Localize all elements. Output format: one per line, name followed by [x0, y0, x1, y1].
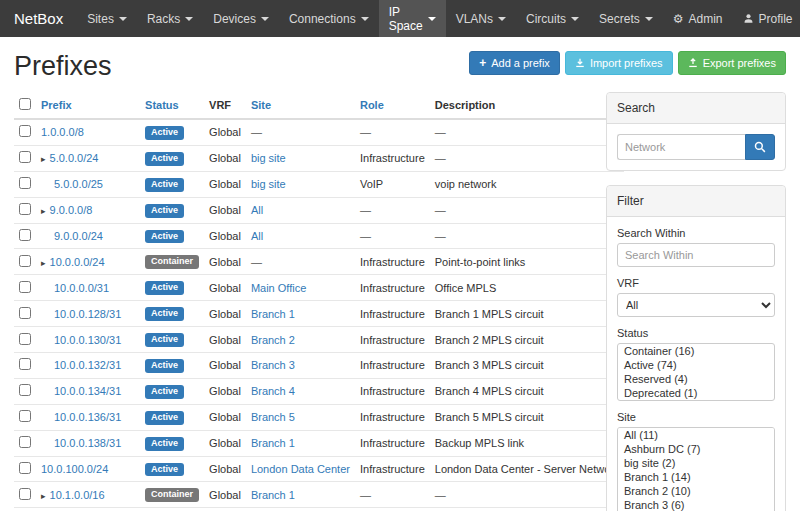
row-checkbox[interactable] [19, 125, 31, 137]
site-label: Site [617, 411, 775, 423]
prefix-link[interactable]: 1.0.0.0/8 [41, 126, 84, 138]
site-link[interactable]: Branch 3 [251, 359, 295, 371]
site-option[interactable]: Branch 2 (10) [618, 484, 774, 498]
nav-item-ip-space[interactable]: IP Space [379, 0, 446, 37]
site-option[interactable]: All (11) [618, 428, 774, 442]
export-prefixes-button[interactable]: Export prefixes [678, 51, 786, 75]
vrf-select[interactable]: All [617, 293, 775, 317]
row-checkbox[interactable] [19, 436, 31, 448]
role-value: — [355, 197, 430, 223]
site-link[interactable]: Branch 1 [251, 437, 295, 449]
status-badge: Container [145, 488, 199, 502]
site-option[interactable]: big site (2) [618, 456, 774, 470]
prefix-link[interactable]: 10.0.0.130/31 [54, 334, 121, 346]
prefix-link[interactable]: 9.0.0.0/24 [54, 230, 103, 242]
site-option[interactable]: Ashburn DC (7) [618, 442, 774, 456]
row-checkbox[interactable] [19, 333, 31, 345]
nav-item-vlans[interactable]: VLANs [446, 0, 516, 37]
site-link[interactable]: Branch 1 [251, 489, 295, 501]
chevron-down-icon [361, 17, 369, 21]
prefix-link[interactable]: 10.0.0.136/31 [54, 411, 121, 423]
nav-item-admin[interactable]: ⚙Admin [663, 0, 733, 37]
status-badge: Active [145, 359, 184, 373]
nav-item-devices[interactable]: Devices [203, 0, 279, 37]
site-link[interactable]: Branch 4 [251, 385, 295, 397]
site-option[interactable]: Branch 1 (14) [618, 470, 774, 484]
row-checkbox[interactable] [19, 203, 31, 215]
add-prefix-button[interactable]: +Add a prefix [469, 51, 560, 75]
status-listbox[interactable]: Container (16)Active (74)Reserved (4)Dep… [617, 343, 775, 401]
status-option[interactable]: Container (16) [618, 344, 774, 358]
row-select-cell [14, 301, 36, 327]
prefix-link[interactable]: 10.0.100.0/24 [41, 463, 108, 475]
prefix-link[interactable]: 10.0.0.0/24 [50, 256, 105, 268]
site-link[interactable]: Branch 2 [251, 334, 295, 346]
role-value: VoIP [355, 171, 430, 197]
nav-item-circuits[interactable]: Circuits [516, 0, 589, 37]
site-option[interactable]: Branch 3 (6) [618, 498, 774, 511]
row-checkbox[interactable] [19, 462, 31, 474]
prefix-cell: ▸9.0.0.0/8 [36, 197, 140, 223]
status-cell: Active [140, 145, 204, 171]
row-checkbox[interactable] [19, 488, 31, 500]
select-all-checkbox[interactable] [19, 98, 31, 110]
nav-item-connections[interactable]: Connections [279, 0, 379, 37]
prefix-link[interactable]: 10.0.0.0/31 [54, 282, 109, 294]
column-sort-link[interactable]: Role [360, 99, 384, 111]
filter-panel: Filter Search Within VRF All Status Cont… [606, 185, 786, 511]
site-listbox[interactable]: All (11)Ashburn DC (7)big site (2)Branch… [617, 427, 775, 511]
column-sort-link[interactable]: Site [251, 99, 271, 111]
site-link[interactable]: big site [251, 178, 286, 190]
row-checkbox[interactable] [19, 255, 31, 267]
search-icon [754, 141, 766, 153]
nav-item-secrets[interactable]: Secrets [589, 0, 663, 37]
site-link[interactable]: All [251, 204, 263, 216]
import-prefixes-button[interactable]: Import prefixes [565, 51, 673, 75]
row-checkbox[interactable] [19, 410, 31, 422]
site-link[interactable]: Branch 5 [251, 411, 295, 423]
select-all-cell [14, 92, 36, 119]
table-row: 10.0.0.132/31ActiveGlobalBranch 3Infrast… [14, 353, 624, 379]
prefix-link[interactable]: 10.0.0.138/31 [54, 437, 121, 449]
row-checkbox[interactable] [19, 307, 31, 319]
status-option[interactable]: Deprecated (1) [618, 386, 774, 400]
nav-item-sites[interactable]: Sites [77, 0, 137, 37]
search-input[interactable] [617, 134, 745, 160]
search-within-input[interactable] [617, 243, 775, 267]
column-sort-link[interactable]: Status [145, 99, 179, 111]
status-cell: Container [140, 482, 204, 508]
nav-item-racks[interactable]: Racks [137, 0, 203, 37]
row-checkbox[interactable] [19, 281, 31, 293]
row-checkbox[interactable] [19, 358, 31, 370]
search-button[interactable] [745, 134, 775, 160]
site-link[interactable]: big site [251, 152, 286, 164]
prefix-link[interactable]: 10.0.0.128/31 [54, 308, 121, 320]
brand-logo[interactable]: NetBox [0, 0, 77, 37]
site-link[interactable]: Main Office [251, 282, 306, 294]
prefix-link[interactable]: 5.0.0.0/25 [54, 178, 103, 190]
row-checkbox[interactable] [19, 229, 31, 241]
description-value: Branch 5 MPLS circuit [430, 404, 625, 430]
column-sort-link[interactable]: Prefix [41, 99, 72, 111]
row-checkbox[interactable] [19, 151, 31, 163]
row-checkbox[interactable] [19, 177, 31, 189]
prefix-cell: 10.0.0.128/31 [36, 301, 140, 327]
status-option[interactable]: Reserved (4) [618, 372, 774, 386]
status-badge: Active [145, 152, 184, 166]
search-panel-title: Search [607, 93, 785, 124]
status-badge: Active [145, 126, 184, 140]
nav-item-profile[interactable]: Profile [733, 0, 800, 37]
prefix-link[interactable]: 10.0.0.134/31 [54, 385, 121, 397]
prefix-link[interactable]: 10.0.0.132/31 [54, 359, 121, 371]
site-link[interactable]: Branch 1 [251, 308, 295, 320]
site-link[interactable]: All [251, 230, 263, 242]
role-value: Infrastructure [355, 430, 430, 456]
prefix-link[interactable]: 5.0.0.0/24 [50, 152, 99, 164]
prefix-link[interactable]: 9.0.0.0/8 [50, 204, 93, 216]
prefix-link[interactable]: 10.1.0.0/16 [50, 489, 105, 501]
status-badge: Active [145, 411, 184, 425]
description-value: Backup MPLS link [430, 430, 625, 456]
status-option[interactable]: Active (74) [618, 358, 774, 372]
site-link[interactable]: London Data Center [251, 463, 350, 475]
row-checkbox[interactable] [19, 384, 31, 396]
